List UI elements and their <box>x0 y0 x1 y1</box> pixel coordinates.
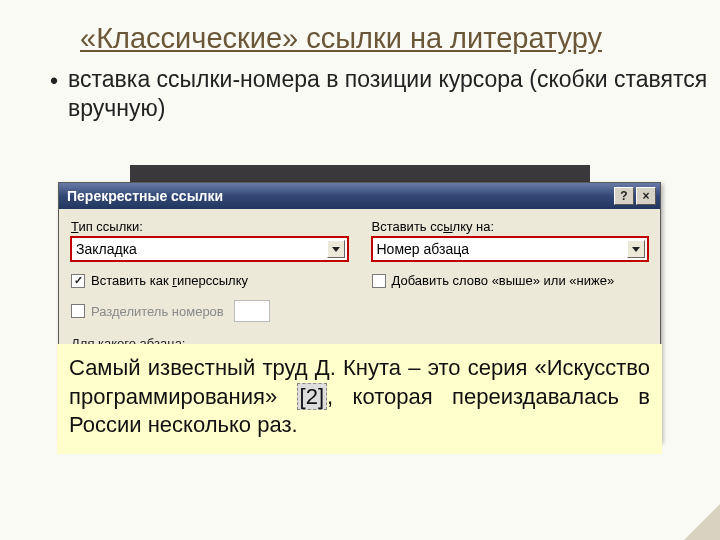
slide-title: «Классические» ссылки на литературу <box>0 0 720 59</box>
hyperlink-checkbox-row[interactable]: ✓ Вставить как гиперссылку <box>71 273 348 288</box>
close-icon[interactable]: × <box>636 187 656 205</box>
addword-checkbox-row[interactable]: Добавить слово «выше» или «ниже» <box>372 273 649 288</box>
bullet-text: вставка ссылки-номера в позиции курсора … <box>68 65 720 123</box>
bullet-marker: • <box>50 65 58 123</box>
checkbox-empty-icon <box>71 304 85 318</box>
chevron-down-icon[interactable] <box>327 240 345 258</box>
insert-label: Вставить ссылку на: <box>372 219 649 234</box>
crossref-dialog: Перекрестные ссылки ? × Тип ссылки: Закл… <box>58 182 661 442</box>
type-label: Тип ссылки: <box>71 219 348 234</box>
page-curl-icon <box>684 504 720 540</box>
insert-value: Номер абзаца <box>377 241 628 257</box>
help-icon[interactable]: ? <box>614 187 634 205</box>
checkbox-checked-icon[interactable]: ✓ <box>71 274 85 288</box>
insert-combo[interactable]: Номер абзаца <box>372 237 649 261</box>
bullet-item: • вставка ссылки-номера в позиции курсор… <box>0 59 720 123</box>
dialog-caption: Перекрестные ссылки <box>67 188 223 204</box>
numsep-input <box>234 300 270 322</box>
type-value: Закладка <box>76 241 327 257</box>
numsep-label: Разделитель номеров <box>91 304 224 319</box>
checkbox-empty-icon[interactable] <box>372 274 386 288</box>
addword-label: Добавить слово «выше» или «ниже» <box>392 273 615 288</box>
type-combo[interactable]: Закладка <box>71 237 348 261</box>
hyperlink-label: Вставить как гиперссылку <box>91 273 248 288</box>
reference-field[interactable]: [2] <box>297 383 327 410</box>
chevron-down-icon[interactable] <box>627 240 645 258</box>
numsep-row: Разделитель номеров <box>71 300 348 322</box>
dialog-titlebar[interactable]: Перекрестные ссылки ? × <box>59 183 660 209</box>
example-overlay: Самый известный труд Д. Кнута – это сери… <box>57 344 662 454</box>
